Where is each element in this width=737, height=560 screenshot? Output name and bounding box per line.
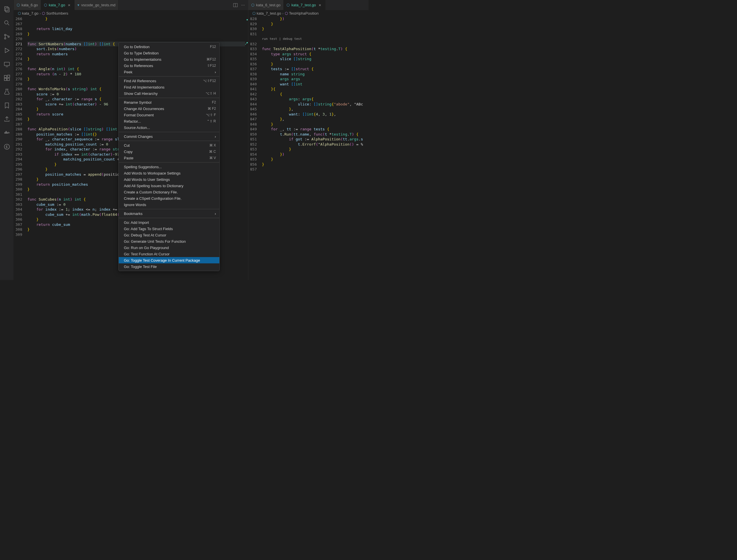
menu-item-go-toggle-test-coverage-in-current-package[interactable]: Go: Toggle Test Coverage In Current Pack… — [119, 257, 219, 263]
explorer-icon[interactable] — [0, 2, 14, 16]
code-line[interactable]: } — [262, 157, 369, 162]
code-line[interactable]: tests := []struct { — [262, 66, 369, 72]
menu-item-go-run-on-go-playground[interactable]: Go: Run on Go Playground — [119, 244, 219, 251]
menu-item-ignore-words[interactable]: Ignore Words — [119, 201, 219, 208]
menu-item-add-all-spelling-issues-to-dictionary[interactable]: Add All Spelling Issues to Dictionary — [119, 183, 219, 189]
menu-item-show-call-hierarchy[interactable]: Show Call Hierarchy⌥⇧ H — [119, 90, 219, 97]
menu-item-add-words-to-workspace-settings[interactable]: Add Words to Workspace Settings — [119, 170, 219, 176]
bookmarks-icon[interactable] — [0, 99, 14, 112]
menu-item-find-all-references[interactable]: Find All References⌥⇧F12 — [119, 78, 219, 84]
test-pass-icon[interactable]: ✓ — [245, 42, 247, 47]
code-line[interactable]: }{ — [262, 87, 369, 92]
code-line[interactable]: args: args{ — [262, 97, 369, 102]
menu-item-find-all-implementations[interactable]: Find All Implementations — [119, 84, 219, 90]
more-icon[interactable]: ⋯ — [240, 2, 246, 8]
code-line[interactable]: return limit_day — [27, 26, 245, 32]
tab-kata_7_test-go[interactable]: ⬡kata_7_test.go× — [283, 0, 325, 10]
menu-item-go-add-import[interactable]: Go: Add Import — [119, 219, 219, 226]
menu-item-go-debug-test-at-cursor[interactable]: Go: Debug Test At Cursor — [119, 232, 219, 238]
code-line[interactable]: want: []int{4, 3, 1}, — [262, 112, 369, 117]
breadcrumb-file: kata_7.go — [22, 11, 38, 15]
code-line[interactable]: } — [262, 122, 369, 127]
menu-item-go-toggle-test-file[interactable]: Go: Toggle Test File — [119, 263, 219, 270]
testing-icon[interactable] — [0, 85, 14, 99]
search-icon[interactable] — [0, 16, 14, 30]
remote-explorer-icon[interactable] — [0, 57, 14, 71]
code-line[interactable] — [27, 21, 245, 27]
code-line[interactable]: type args struct { — [262, 52, 369, 57]
code-line[interactable]: t.Run(tt.name, func(t *testing.T) { — [262, 132, 369, 137]
code-line[interactable]: func TestAlphaPosition(t *testing.T) { — [262, 46, 369, 52]
split-editor-icon[interactable] — [232, 2, 238, 8]
tab-label: kata_7_test.go — [291, 3, 316, 7]
code-line[interactable]: }, — [262, 107, 369, 112]
code-line[interactable]: } — [262, 62, 369, 67]
code-line[interactable]: for _, tt := range tests { — [262, 127, 369, 132]
code-line[interactable] — [262, 167, 369, 172]
menu-item-go-to-definition[interactable]: Go to DefinitionF12 — [119, 44, 219, 50]
menu-label: Go to References — [124, 64, 153, 68]
code-line[interactable]: }) — [262, 16, 369, 21]
code-line[interactable]: } — [262, 147, 369, 152]
menu-item-commit-changes[interactable]: Commit Changes› — [119, 133, 219, 140]
menu-item-go-test-function-at-cursor[interactable]: Go: Test Function At Cursor — [119, 251, 219, 257]
code-line[interactable]: } — [262, 21, 369, 27]
menu-item-change-all-occurrences[interactable]: Change All Occurrences⌘ F2 — [119, 105, 219, 112]
menu-item-bookmarks[interactable]: Bookmarks› — [119, 210, 219, 217]
menu-item-format-document[interactable]: Format Document⌥⇧ F — [119, 112, 219, 118]
menu-item-go-to-implementations[interactable]: Go to Implementations⌘F12 — [119, 56, 219, 62]
menu-item-go-to-references[interactable]: Go to References⇧F12 — [119, 62, 219, 69]
svg-point-18 — [4, 144, 9, 149]
code-line[interactable]: { — [262, 92, 369, 97]
menu-item-add-words-to-user-settings[interactable]: Add Words to User Settings — [119, 176, 219, 183]
code-line[interactable]: args args — [262, 77, 369, 82]
breadcrumb-right[interactable]: ⬡ kata_7_test.go › ⬡ TestAlphaPosition — [248, 10, 368, 16]
menu-item-refactor[interactable]: Refactor...⌃⇧ R — [119, 118, 219, 124]
code-line[interactable]: } — [27, 16, 245, 21]
tab-kata_7-go[interactable]: ⬡kata_7.go× — [41, 0, 75, 10]
svg-rect-0 — [5, 7, 8, 11]
docker-icon[interactable] — [0, 126, 14, 140]
code-line[interactable]: }, — [262, 117, 369, 122]
codelens[interactable]: run test | debug test — [262, 36, 369, 42]
menu-item-paste[interactable]: Paste⌘ V — [119, 155, 219, 161]
minimap-left[interactable] — [245, 16, 248, 280]
menu-item-go-add-tags-to-struct-fields[interactable]: Go: Add Tags To Struct Fields — [119, 226, 219, 232]
menu-item-peek[interactable]: Peek› — [119, 69, 219, 75]
editor-right[interactable]: 828829830831 ✓83283383483583683783883984… — [248, 16, 368, 280]
code-line[interactable]: } — [262, 26, 369, 32]
code-line[interactable]: }) — [262, 152, 369, 157]
share-icon[interactable] — [0, 112, 14, 126]
breadcrumb-left[interactable]: ⬡ kata_7.go › ⬡ SortNumbers — [14, 10, 248, 16]
menu-item-rename-symbol[interactable]: Rename SymbolF2 — [119, 99, 219, 105]
code-line[interactable] — [262, 32, 369, 37]
thunder-icon[interactable] — [0, 140, 14, 154]
menu-item-go-to-type-definition[interactable]: Go to Type Definition — [119, 50, 219, 56]
menu-item-go-generate-unit-tests-for-function[interactable]: Go: Generate Unit Tests For Function — [119, 238, 219, 244]
code-line[interactable] — [27, 36, 245, 42]
menu-item-create-a-cspell-configuration-file[interactable]: Create a CSpell Configuration File. — [119, 195, 219, 201]
close-icon[interactable]: × — [318, 3, 322, 7]
run-debug-icon[interactable] — [0, 44, 14, 57]
code-line[interactable]: } — [262, 162, 369, 167]
close-icon[interactable]: × — [67, 3, 71, 7]
tab-vscode_go_tests-md[interactable]: ▾vscode_go_tests.md — [75, 0, 118, 10]
tab-kata_6-go[interactable]: ⬡kata_6.go — [14, 0, 41, 10]
menu-item-source-action[interactable]: Source Action... — [119, 124, 219, 131]
menu-label: Go to Implementations — [124, 57, 161, 62]
code-line[interactable] — [262, 42, 369, 47]
menu-item-create-a-custom-dictionary-file[interactable]: Create a Custom Dictionary File. — [119, 189, 219, 195]
code-line[interactable]: } — [27, 32, 245, 37]
code-line[interactable]: if got := AlphaPosition(tt.args.s — [262, 137, 369, 142]
code-line[interactable]: name string — [262, 72, 369, 77]
code-line[interactable]: t.Errorf("AlphaPosition() = % — [262, 142, 369, 147]
menu-item-copy[interactable]: Copy⌘ C — [119, 148, 219, 155]
code-line[interactable]: slice: []string{"abode", "ABc — [262, 102, 369, 107]
extensions-icon[interactable] — [0, 71, 14, 85]
menu-item-spelling-suggestions[interactable]: Spelling Suggestions... — [119, 164, 219, 170]
tab-kata_6_test-go[interactable]: ⬡kata_6_test.go — [248, 0, 283, 10]
code-line[interactable]: slice []string — [262, 56, 369, 62]
source-control-icon[interactable] — [0, 30, 14, 44]
menu-item-cut[interactable]: Cut⌘ X — [119, 142, 219, 148]
code-line[interactable]: want []int — [262, 82, 369, 87]
